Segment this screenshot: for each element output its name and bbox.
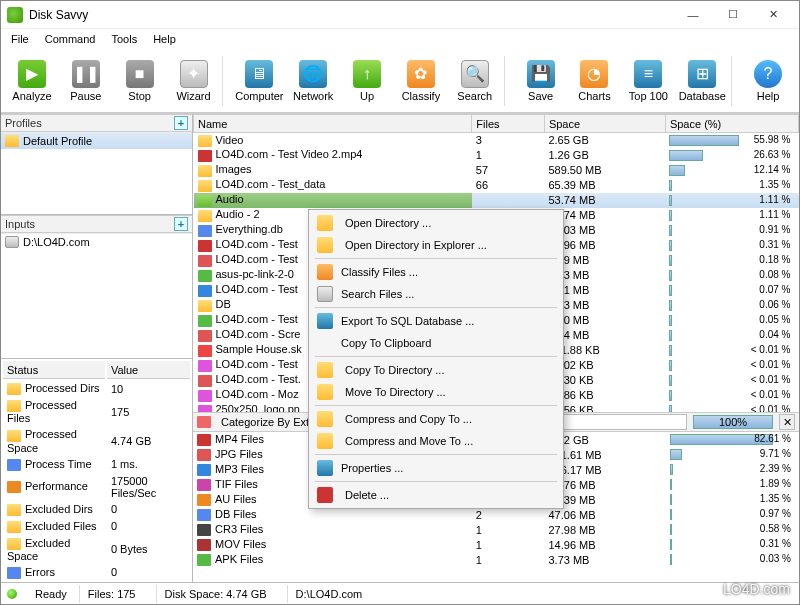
close-button[interactable]: ✕ [753,2,793,28]
ctx-item-icon [317,411,333,427]
charts-icon: ◔ [580,60,608,88]
file-icon [198,285,212,297]
ctx-item-icon [317,335,333,351]
tb-wizard[interactable]: ✦Wizard [167,52,221,110]
ctx-copy-to-directory-[interactable]: Copy To Directory ... [311,359,561,381]
file-icon [197,509,211,521]
status-path: D:\LO4D.com [287,585,371,603]
window-title: Disk Savvy [29,8,673,22]
table-row[interactable]: Images57589.50 MB12.14 % [194,163,799,178]
table-row[interactable]: LO4D.com - Test Video 2.mp411.26 GB26.63… [194,148,799,163]
status-col[interactable]: Status [3,361,105,379]
maximize-button[interactable]: ☐ [713,2,753,28]
tb-save[interactable]: 💾Save [514,52,568,110]
ctx-item-icon [317,237,333,253]
ctx-copy-to-clipboard[interactable]: Copy To Clipboard [311,332,561,354]
file-icon [197,539,211,551]
classify-icon: ✿ [407,60,435,88]
table-row[interactable]: Audio53.74 MB1.11 % [194,193,799,208]
ctx-item-icon [317,313,333,329]
ctx-search-files-[interactable]: Search Files ... [311,283,561,305]
tb-classify[interactable]: ✿Classify [394,52,448,110]
categorize-pct: 100% [693,415,773,429]
ctx-open-directory-[interactable]: Open Directory ... [311,212,561,234]
status-row: Excluded Files0 [3,519,190,534]
menu-help[interactable]: Help [145,31,184,47]
minimize-button[interactable]: — [673,2,713,28]
status-row-icon [7,383,21,395]
categorize-close-button[interactable]: ✕ [779,414,795,430]
stop-icon: ■ [126,60,154,88]
status-row: Processed Files175 [3,398,190,425]
tb-stop[interactable]: ■Stop [113,52,167,110]
menu-file[interactable]: File [3,31,37,47]
file-icon [198,270,212,282]
title-bar: Disk Savvy — ☐ ✕ [1,1,799,29]
ctx-item-icon [317,460,333,476]
app-icon [7,7,23,23]
ctx-compress-and-copy-to-[interactable]: Compress and Copy To ... [311,408,561,430]
tb-network[interactable]: 🌐Network [286,52,340,110]
list-item[interactable]: Default Profile [1,133,192,149]
list-item[interactable]: D:\LO4D.com [1,234,192,250]
tb-top-100[interactable]: ≡Top 100 [621,52,675,110]
menu-command[interactable]: Command [37,31,104,47]
status-row-icon [7,521,21,533]
table-row[interactable]: LO4D.com - Test_data6665.39 MB1.35 % [194,178,799,193]
file-icon [198,345,212,357]
context-menu: Open Directory ...Open Directory in Expl… [308,209,564,509]
table-row[interactable]: Video32.65 GB55.98 % [194,133,799,148]
status-row-icon [7,538,21,550]
add-input-button[interactable]: + [174,217,188,231]
table-row[interactable]: APK Files13.73 MB0.03 % [193,552,799,567]
tb-charts[interactable]: ◔Charts [568,52,622,110]
status-row: Errors0 [3,565,190,580]
ctx-properties-[interactable]: Properties ... [311,457,561,479]
table-row[interactable]: MOV Files114.96 MB0.31 % [193,537,799,552]
tb-computer[interactable]: 🖥Computer [232,52,286,110]
tb-help[interactable]: ?Help [741,52,795,110]
status-row-icon [7,400,21,412]
col-spacepct[interactable]: Space (%) [665,115,798,133]
col-space[interactable]: Space [544,115,665,133]
ctx-item-icon [317,264,333,280]
left-panel: Profiles + Default Profile Inputs + D:\L… [1,114,193,582]
menu-tools[interactable]: Tools [103,31,145,47]
search-icon: 🔍 [461,60,489,88]
file-icon [198,390,212,402]
file-icon [198,330,212,342]
add-profile-button[interactable]: + [174,116,188,130]
tb-analyze[interactable]: ▶Analyze [5,52,59,110]
tb-up[interactable]: ↑Up [340,52,394,110]
ctx-export-to-sql-database-[interactable]: Export To SQL Database ... [311,310,561,332]
status-row-icon [7,459,21,471]
col-name[interactable]: Name [194,115,472,133]
col-files[interactable]: Files [472,115,545,133]
file-icon [198,225,212,237]
status-pane: Status Value Processed Dirs10Processed F… [1,358,192,582]
table-row[interactable]: CR3 Files127.98 MB0.58 % [193,522,799,537]
save-icon: 💾 [527,60,555,88]
tb-database[interactable]: ⊞Database [675,52,729,110]
status-bar: Ready Files: 175 Disk Space: 4.74 GB D:\… [1,582,799,604]
table-row[interactable]: DB Files247.06 MB0.97 % [193,507,799,522]
file-icon [198,315,212,327]
ctx-delete-[interactable]: Delete ... [311,484,561,506]
status-table: Status Value Processed Dirs10Processed F… [1,359,192,582]
ctx-item-icon [317,487,333,503]
file-icon [197,494,211,506]
status-row: Performance175000 Files/Sec [3,474,190,500]
ctx-item-icon [317,433,333,449]
value-col[interactable]: Value [107,361,190,379]
ctx-open-directory-in-explorer-[interactable]: Open Directory in Explorer ... [311,234,561,256]
tb-search[interactable]: 🔍Search [448,52,502,110]
file-icon [197,479,211,491]
ctx-move-to-directory-[interactable]: Move To Directory ... [311,381,561,403]
ctx-compress-and-move-to-[interactable]: Compress and Move To ... [311,430,561,452]
up-icon: ↑ [353,60,381,88]
file-icon [198,405,212,412]
ctx-item-icon [317,286,333,302]
ctx-item-icon [317,384,333,400]
tb-pause[interactable]: ❚❚Pause [59,52,113,110]
ctx-classify-files-[interactable]: Classify Files ... [311,261,561,283]
